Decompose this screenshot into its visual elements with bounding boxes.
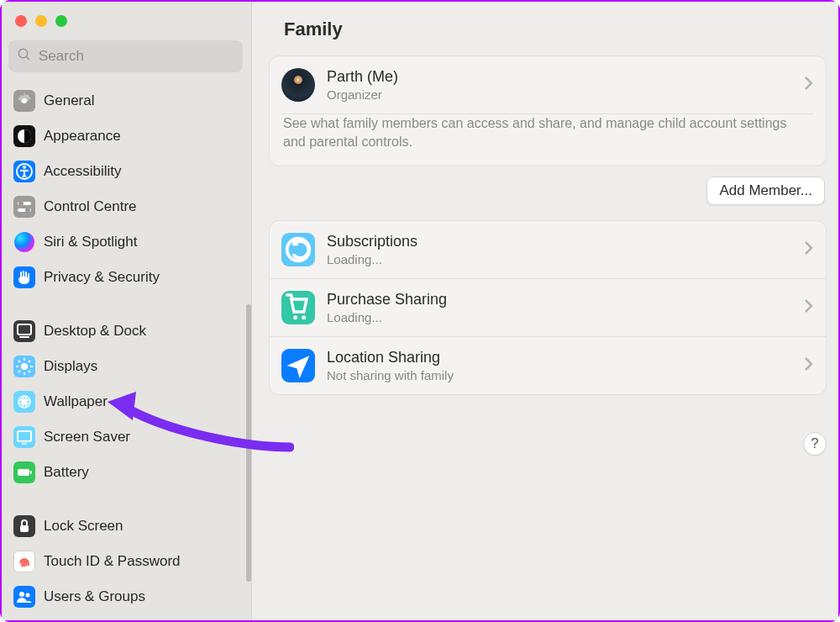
sidebar: General Appearance Accessibility Control… (2, 2, 252, 620)
chevron-right-icon (804, 240, 814, 259)
sidebar-item-control-centre[interactable]: Control Centre (8, 190, 243, 224)
sidebar-item-label: Siri & Spotlight (44, 234, 138, 250)
row-subtitle: Not sharing with family (327, 368, 454, 382)
users-icon (13, 586, 35, 608)
subscriptions-row[interactable]: Subscriptions Loading... (270, 221, 826, 278)
help-button[interactable]: ? (803, 432, 827, 456)
svg-point-9 (25, 208, 30, 213)
svg-point-0 (18, 49, 28, 58)
svg-rect-23 (18, 431, 31, 441)
sidebar-item-general[interactable]: General (8, 84, 243, 118)
sidebar-item-label: Displays (44, 358, 97, 375)
subscriptions-icon (281, 233, 315, 266)
row-subtitle: Loading... (327, 310, 447, 324)
hand-icon (13, 266, 35, 288)
search-icon (17, 47, 39, 66)
member-name: Parth (Me) (327, 68, 398, 86)
row-title: Subscriptions (327, 233, 417, 250)
siri-icon (13, 231, 35, 253)
sidebar-item-label: General (44, 92, 94, 109)
fingerprint-icon (13, 551, 35, 572)
family-member-row[interactable]: Parth (Me) Organizer (270, 56, 826, 113)
sidebar-item-privacy-security[interactable]: Privacy & Security (8, 261, 243, 294)
svg-point-8 (18, 201, 24, 206)
sidebar-item-users-groups[interactable]: Users & Groups (8, 580, 243, 614)
avatar (281, 68, 315, 102)
accessibility-icon (13, 161, 35, 182)
row-title: Purchase Sharing (327, 291, 447, 308)
sidebar-item-label: Battery (44, 464, 89, 481)
sidebar-item-screen-saver[interactable]: Screen Saver (8, 420, 243, 454)
sidebar-item-battery[interactable]: Battery (8, 456, 243, 489)
screen-saver-icon (13, 426, 35, 448)
sidebar-item-label: Touch ID & Password (44, 553, 181, 570)
svg-point-29 (26, 593, 30, 598)
svg-line-17 (18, 361, 20, 362)
window-controls (2, 2, 251, 35)
chevron-right-icon (804, 298, 814, 317)
sidebar-item-label: Lock Screen (44, 518, 123, 535)
svg-rect-26 (30, 471, 32, 474)
chevron-right-icon (804, 356, 814, 375)
purchase-sharing-row[interactable]: Purchase Sharing Loading... (270, 278, 826, 336)
sidebar-item-desktop-dock[interactable]: Desktop & Dock (8, 314, 243, 348)
svg-point-31 (293, 315, 297, 319)
search-input-container[interactable] (8, 40, 243, 72)
control-centre-icon (13, 196, 35, 218)
sidebar-item-lock-screen[interactable]: Lock Screen (8, 509, 243, 543)
sharing-card: Subscriptions Loading... Purchase Sharin… (269, 220, 827, 395)
sidebar-item-touch-id[interactable]: Touch ID & Password (8, 545, 243, 578)
svg-line-1 (26, 56, 29, 60)
battery-icon (13, 461, 35, 483)
member-role: Organizer (327, 87, 398, 102)
sidebar-item-displays[interactable]: Displays (8, 350, 243, 383)
sidebar-item-wallpaper[interactable]: Wallpaper (8, 385, 243, 419)
family-description: See what family members can access and s… (270, 114, 826, 166)
sidebar-item-label: Privacy & Security (44, 269, 160, 286)
family-member-card: Parth (Me) Organizer See what family mem… (269, 55, 827, 166)
svg-point-32 (302, 315, 306, 319)
svg-rect-24 (22, 443, 27, 445)
sidebar-scrollbar[interactable] (246, 304, 251, 582)
page-title: Family (269, 13, 827, 55)
svg-point-12 (21, 363, 28, 370)
sidebar-item-label: Accessibility (44, 163, 122, 180)
minimize-window-button[interactable] (35, 15, 47, 27)
close-window-button[interactable] (15, 15, 27, 27)
sidebar-item-label: Appearance (44, 128, 121, 145)
fullscreen-window-button[interactable] (55, 15, 67, 27)
sidebar-item-label: Wallpaper (44, 393, 108, 410)
svg-rect-27 (20, 525, 29, 532)
svg-point-22 (23, 400, 26, 403)
window: General Appearance Accessibility Control… (0, 0, 840, 622)
sidebar-item-label: Screen Saver (44, 429, 130, 445)
appearance-icon (13, 125, 35, 147)
sidebar-item-label: Users & Groups (44, 588, 145, 605)
sidebar-item-appearance[interactable]: Appearance (8, 119, 243, 153)
brightness-icon (13, 356, 35, 377)
wallpaper-icon (13, 391, 35, 413)
sidebar-item-siri-spotlight[interactable]: Siri & Spotlight (8, 225, 243, 259)
svg-line-18 (29, 371, 30, 372)
gear-icon (13, 90, 35, 112)
desktop-dock-icon (13, 320, 35, 342)
lock-screen-icon (13, 515, 35, 537)
sidebar-item-accessibility[interactable]: Accessibility (8, 155, 243, 188)
svg-point-28 (19, 592, 24, 597)
svg-rect-25 (18, 469, 29, 476)
location-sharing-row[interactable]: Location Sharing Not sharing with family (270, 336, 826, 394)
svg-line-20 (29, 361, 30, 362)
location-icon (281, 349, 315, 382)
chevron-right-icon (804, 76, 814, 94)
svg-rect-10 (18, 324, 31, 335)
sidebar-item-label: Control Centre (44, 198, 137, 215)
search-input[interactable] (39, 48, 234, 65)
sidebar-item-label: Desktop & Dock (44, 323, 146, 340)
add-member-button[interactable]: Add Member... (706, 177, 825, 205)
purchase-sharing-icon (281, 291, 315, 324)
row-subtitle: Loading... (327, 252, 417, 266)
sidebar-nav: General Appearance Accessibility Control… (2, 81, 251, 615)
content-pane: Family Parth (Me) Organizer See what fam… (252, 2, 838, 620)
svg-line-19 (18, 371, 20, 372)
svg-rect-11 (19, 336, 29, 338)
